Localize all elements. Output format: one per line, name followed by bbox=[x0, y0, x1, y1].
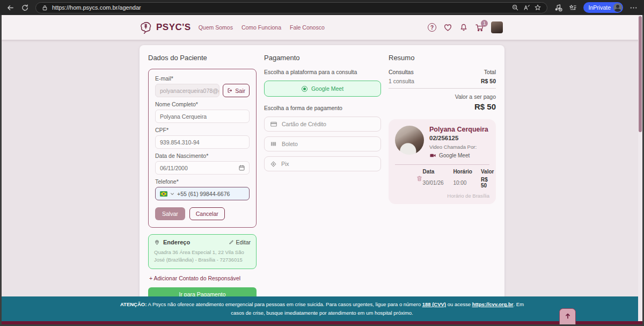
lock-icon[interactable] bbox=[41, 4, 48, 11]
arrow-up-icon bbox=[564, 312, 572, 320]
to-pay-value: R$ 50 bbox=[389, 102, 496, 111]
cvv-site-link[interactable]: https://cvv.org.br bbox=[472, 301, 514, 307]
add-guardian-contact-link[interactable]: + Adicionar Contato do Responsável bbox=[149, 275, 255, 281]
checkout-card: Dados do Paciente E-mail* polyanacerquei… bbox=[140, 45, 504, 310]
patient-form: E-mail* polyanacerqueira078@gmail.com Sa… bbox=[148, 69, 257, 228]
patient-section-title: Dados do Paciente bbox=[148, 54, 257, 62]
media-control-icon[interactable] bbox=[554, 3, 562, 12]
payment-method-label: Cartão de Crédito bbox=[282, 121, 326, 127]
professional-avatar bbox=[395, 126, 424, 155]
summary-section: Resumo Consultas Total 1 consulta R$ 50 … bbox=[389, 54, 496, 301]
location-pin-icon bbox=[154, 240, 160, 245]
address-edit-button[interactable]: Editar bbox=[229, 239, 251, 245]
site-footer: ATENÇÃO: A Psycs não oferece atendimento… bbox=[2, 296, 642, 321]
delete-appointment-icon[interactable] bbox=[416, 175, 423, 182]
to-pay-label: Valor a ser pago bbox=[389, 93, 496, 100]
radio-selected-icon bbox=[302, 86, 308, 92]
bell-icon[interactable] bbox=[459, 23, 468, 32]
logout-label: Sair bbox=[235, 88, 245, 94]
nav-fale-conosco[interactable]: Fale Conosco bbox=[290, 24, 325, 31]
footer-bottom-strip bbox=[2, 321, 642, 324]
read-aloud-icon[interactable] bbox=[523, 4, 530, 11]
cart-badge: 1 bbox=[481, 20, 488, 27]
video-camera-icon bbox=[429, 152, 436, 159]
payment-method-credit-card[interactable]: Cartão de Crédito bbox=[264, 117, 381, 132]
professional-name: Polyana Cerqueira bbox=[429, 126, 488, 133]
nav-como-funciona[interactable]: Como Funciona bbox=[241, 24, 281, 31]
cancel-button[interactable]: Cancelar bbox=[189, 207, 225, 220]
address-text: Quadra 36 Área Especial 1, 22 Vila São J… bbox=[154, 249, 251, 264]
url-text: https://hom.psycs.com.br/agendar bbox=[52, 4, 508, 11]
brand-logo[interactable]: PSYC'S bbox=[138, 20, 191, 34]
heart-icon[interactable] bbox=[443, 23, 452, 32]
cvv-phone-link[interactable]: 188 (CVV) bbox=[422, 301, 446, 307]
page-scrollbar bbox=[638, 15, 642, 321]
payment-method-boleto[interactable]: Boleto bbox=[264, 136, 381, 151]
platform-label: Escolha a plataforma para a consulta bbox=[264, 69, 381, 75]
name-field[interactable]: Polyana Cerqueira bbox=[155, 110, 250, 123]
brazil-flag-icon bbox=[160, 191, 167, 197]
warning-bold: ATENÇÃO: bbox=[120, 301, 147, 307]
address-title: Endereço bbox=[163, 239, 225, 245]
zoom-out-icon[interactable] bbox=[511, 4, 519, 11]
summary-section-title: Resumo bbox=[389, 54, 496, 62]
value-col-label: Valor bbox=[481, 169, 489, 175]
payment-section: Pagamento Escolha a plataforma para a co… bbox=[264, 54, 381, 301]
header-actions: 1 bbox=[428, 21, 503, 33]
platform-option-label: Google Meet bbox=[311, 85, 343, 92]
video-call-label: Video Chamada Por: bbox=[429, 144, 488, 150]
appointment-time: 10:00 bbox=[453, 180, 481, 186]
favorite-star-icon[interactable] bbox=[534, 4, 541, 11]
nav-quem-somos[interactable]: Quem Somos bbox=[199, 24, 233, 31]
pencil-icon bbox=[229, 240, 234, 245]
email-field[interactable]: polyanacerqueira078@gmail.com bbox=[155, 84, 219, 97]
professional-crp: 02/256125 bbox=[429, 135, 488, 141]
address-edit-label: Editar bbox=[236, 239, 251, 245]
payment-method-label: Pix bbox=[281, 161, 289, 167]
user-avatar[interactable] bbox=[491, 21, 503, 33]
phone-field[interactable]: +55 (61) 99844-6676 bbox=[155, 187, 250, 200]
logout-icon bbox=[227, 88, 233, 93]
calendar-icon[interactable] bbox=[238, 164, 245, 171]
appointment-value: R$ 50 bbox=[481, 177, 489, 189]
birthdate-value: 06/11/2000 bbox=[160, 165, 188, 171]
name-label: Nome Completo* bbox=[155, 101, 250, 107]
professional-card: Polyana Cerqueira 02/256125 Video Chamad… bbox=[389, 119, 496, 204]
collections-icon[interactable] bbox=[569, 4, 577, 12]
time-col-label: Horário bbox=[453, 169, 481, 175]
main-nav: Quem Somos Como Funciona Fale Conosco bbox=[199, 24, 428, 31]
email-label: E-mail* bbox=[155, 75, 250, 82]
cpf-field[interactable]: 939.854.310-94 bbox=[155, 135, 250, 149]
warning-part1: A Psycs não oferece atendimento emergenc… bbox=[147, 301, 422, 307]
patient-section: Dados do Paciente E-mail* polyanacerquei… bbox=[148, 54, 257, 301]
consultas-value: 1 consulta bbox=[389, 78, 414, 84]
phone-value: +55 (61) 99844-6676 bbox=[177, 191, 230, 197]
scroll-to-top-button[interactable] bbox=[559, 308, 576, 324]
help-icon[interactable] bbox=[428, 23, 436, 32]
cpf-label: CPF* bbox=[155, 127, 250, 133]
phone-label: Telefone* bbox=[155, 178, 250, 185]
cart-icon[interactable]: 1 bbox=[475, 23, 484, 32]
brain-logo-icon bbox=[138, 20, 152, 34]
pix-icon bbox=[270, 161, 277, 168]
payment-method-label: Boleto bbox=[282, 141, 298, 147]
save-button[interactable]: Salvar bbox=[155, 207, 185, 220]
warning-part2: ou acesse bbox=[446, 301, 472, 307]
credit-card-icon bbox=[270, 120, 277, 128]
payment-method-pix[interactable]: Pix bbox=[264, 156, 381, 171]
date-col-label: Data bbox=[423, 169, 453, 175]
page: PSYC'S Quem Somos Como Funciona Fale Con… bbox=[2, 15, 642, 324]
birthdate-label: Data de Nascimento* bbox=[155, 153, 250, 159]
back-icon[interactable] bbox=[6, 4, 14, 12]
total-label: Total bbox=[484, 69, 496, 75]
logout-button[interactable]: Sair bbox=[223, 84, 250, 97]
platform-option-google-meet[interactable]: Google Meet bbox=[264, 81, 381, 97]
scrollbar-thumb[interactable] bbox=[639, 16, 642, 132]
chevron-down-icon[interactable] bbox=[170, 192, 174, 196]
refresh-icon[interactable] bbox=[21, 4, 29, 12]
birthdate-field[interactable]: 06/11/2000 bbox=[155, 161, 250, 175]
site-header: PSYC'S Quem Somos Como Funciona Fale Con… bbox=[2, 15, 642, 40]
inprivate-badge[interactable]: InPrivate bbox=[583, 2, 623, 13]
menu-dots-icon[interactable] bbox=[630, 4, 638, 12]
address-bar[interactable]: https://hom.psycs.com.br/agendar bbox=[35, 2, 547, 13]
